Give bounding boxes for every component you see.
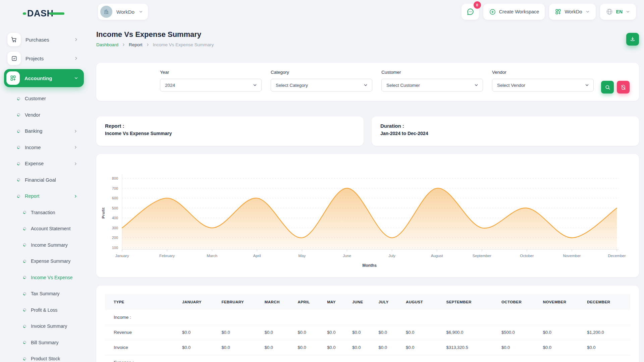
sidebar-item-label: Projects: [25, 56, 74, 61]
table-row: Revenue$0.0$0.0$0.0$0.0$0.0$0.0$0.0$0.0$…: [105, 325, 630, 340]
svg-text:August: August: [431, 254, 443, 258]
bullet-icon: [23, 243, 26, 247]
filter-card: Year 2024 Category Select Category Custo…: [96, 63, 639, 101]
chevron-down-icon: [363, 83, 368, 87]
row-value: $0.0: [499, 340, 541, 355]
search-icon: [605, 84, 610, 90]
grid-plus-icon: [555, 8, 561, 15]
svg-text:November: November: [563, 254, 581, 258]
vendor-select[interactable]: Select Vendor: [492, 79, 594, 92]
reset-filter-button[interactable]: [617, 81, 630, 94]
sidebar-item-financial-goal[interactable]: Financial Goal: [4, 172, 84, 188]
sidebar-item-product-stock[interactable]: Product Stock: [4, 351, 84, 362]
bullet-icon: [23, 324, 26, 328]
sidebar-item-label: Purchases: [25, 37, 74, 43]
sidebar-item-bill-summary[interactable]: Bill Summary: [4, 335, 84, 351]
sidebar-item-label: Accounting: [24, 75, 74, 81]
column-header: AUGUST: [404, 294, 444, 310]
sidebar-item-expense[interactable]: Expense: [4, 156, 84, 172]
sidebar-item-accounting[interactable]: Accounting: [4, 69, 84, 87]
column-header: FEBRUARY: [219, 294, 262, 310]
svg-text:100: 100: [112, 246, 118, 250]
sidebar-item-label: Expense: [25, 161, 73, 166]
income-vs-expense-chart: 800700600500400300200100JanuaryFebruaryM…: [96, 159, 639, 277]
svg-text:Profit: Profit: [101, 207, 105, 219]
report-card-title: Report :: [105, 123, 355, 129]
chevron-down-icon: [74, 76, 78, 80]
apply-filter-button[interactable]: [601, 81, 614, 94]
report-card: Report : Income Vs Expense Summary: [96, 116, 364, 146]
category-label: Category: [271, 70, 372, 75]
row-value: $0.0: [180, 325, 219, 340]
sidebar-item-income[interactable]: Income: [4, 139, 84, 156]
svg-text:April: April: [253, 254, 261, 258]
sidebar-item-purchases[interactable]: Purchases: [5, 32, 83, 48]
sidebar-item-banking[interactable]: Banking: [4, 123, 84, 139]
customer-select[interactable]: Select Customer: [381, 79, 483, 92]
workspace-switcher[interactable]: WorkDo: [98, 4, 148, 20]
cart-icon: [7, 33, 21, 46]
chevron-down-icon: [626, 9, 630, 14]
year-select[interactable]: 2024: [160, 79, 262, 92]
bullet-icon: [23, 227, 26, 231]
chevron-right-icon: [73, 194, 78, 198]
sidebar-item-income-vs-expense[interactable]: Income Vs Expense: [4, 269, 84, 286]
page-content: Income Vs Expense Summary Dashboard Repo…: [88, 23, 644, 362]
chevron-down-icon: [253, 83, 257, 87]
duration-card: Duration : Jan-2024 to Dec-2024: [372, 116, 639, 146]
svg-text:500: 500: [112, 206, 118, 210]
messages-button[interactable]: 0: [462, 4, 479, 20]
column-header: APRIL: [296, 294, 325, 310]
sidebar-item-vendor[interactable]: Vendor: [4, 107, 84, 123]
sidebar-item-transaction[interactable]: Transaction: [4, 204, 84, 221]
duration-card-title: Duration :: [380, 123, 630, 129]
language-selector[interactable]: EN: [600, 4, 636, 20]
column-header: JANUARY: [180, 294, 219, 310]
column-header: MARCH: [263, 294, 296, 310]
chevron-right-icon: [74, 56, 78, 61]
sidebar-item-report[interactable]: Report: [4, 188, 84, 204]
sidebar-item-label: Account Statement: [31, 226, 78, 231]
sidebar-item-label: Transaction: [31, 210, 78, 215]
row-value: $1,200.0: [585, 325, 630, 340]
table-section-row: Income :: [105, 310, 630, 325]
category-select[interactable]: Select Category: [271, 79, 372, 92]
sidebar-item-account-statement[interactable]: Account Statement: [4, 221, 84, 237]
chevron-right-icon: [74, 37, 78, 42]
filter-actions: [601, 81, 630, 94]
chevron-right-icon: [146, 43, 150, 47]
logo: DASH: [4, 6, 84, 32]
sidebar-item-customer[interactable]: Customer: [4, 90, 84, 107]
download-button[interactable]: [626, 33, 639, 46]
svg-text:March: March: [207, 254, 217, 258]
grid-plus-icon: [6, 71, 20, 85]
table-section-row: Expense :: [105, 355, 630, 362]
sidebar-item-label: Product Stock: [31, 356, 78, 361]
sidebar-item-profit-loss[interactable]: Profit & Loss: [4, 302, 84, 318]
row-value: $500.0: [499, 325, 541, 340]
row-value: $0.0: [219, 340, 262, 355]
svg-text:700: 700: [112, 186, 118, 190]
create-workspace-button[interactable]: Create Workspace: [483, 4, 545, 20]
topbar: WorkDo 0 Create Workspace: [88, 0, 644, 23]
workspace-menu-button[interactable]: WorkDo: [549, 4, 595, 20]
chat-icon: [466, 7, 475, 16]
breadcrumb-report[interactable]: Report: [129, 42, 143, 47]
table-row: Invoice$0.0$0.0$0.0$0.0$0.0$0.0$0.0$0.0$…: [105, 340, 630, 355]
svg-text:May: May: [298, 254, 306, 258]
breadcrumb-dashboard[interactable]: Dashboard: [96, 42, 118, 47]
sidebar-item-expense-summary[interactable]: Expense Summary: [4, 253, 84, 269]
bullet-icon: [17, 178, 20, 182]
sidebar-item-tax-summary[interactable]: Tax Summary: [4, 286, 84, 302]
category-value: Select Category: [276, 83, 308, 88]
profit-chart: 800700600500400300200100JanuaryFebruaryM…: [96, 159, 639, 277]
sidebar-item-income-summary[interactable]: Income Summary: [4, 237, 84, 253]
sidebar-item-projects[interactable]: Projects: [5, 50, 83, 66]
sidebar: DASH PurchasesProjects Accounting Custom…: [0, 0, 88, 362]
row-value: $0.0: [296, 340, 325, 355]
svg-text:February: February: [159, 254, 175, 258]
row-value: $0.0: [325, 340, 350, 355]
svg-text:September: September: [473, 254, 491, 258]
sidebar-item-invoice-summary[interactable]: Invoice Summary: [4, 318, 84, 335]
globe-icon: [606, 8, 613, 15]
